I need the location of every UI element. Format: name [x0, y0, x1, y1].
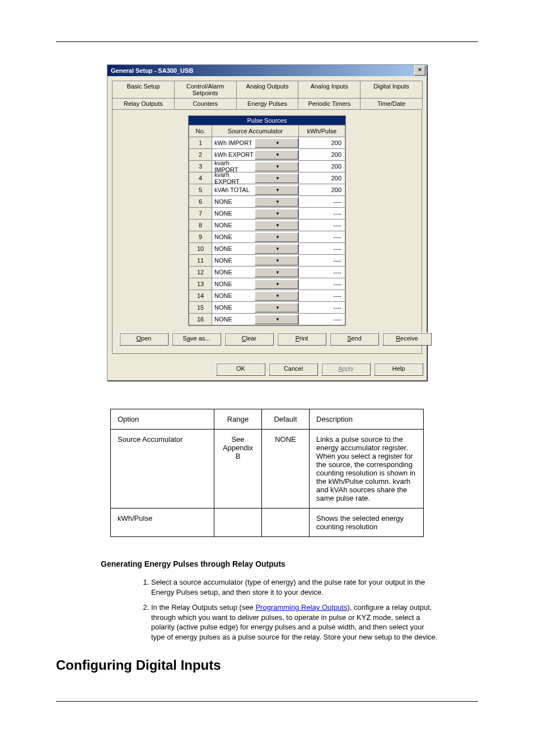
bottom-rule — [56, 701, 478, 702]
source-accumulator-dropdown[interactable]: NONE▼ — [212, 303, 298, 312]
pulse-sources-table: No. Source Accumulator kWh/Pulse 1kWh IM… — [189, 125, 345, 325]
kwh-pulse-cell: ---- — [299, 243, 345, 255]
source-accumulator-cell: NONE▼ — [212, 278, 299, 290]
programming-relay-outputs-link[interactable]: Programming Relay Outputs — [255, 603, 347, 612]
close-icon[interactable]: × — [414, 66, 425, 76]
source-accumulator-dropdown[interactable]: kvarh EXPORT▼ — [212, 174, 298, 183]
title-bar: General Setup - SA300_USB × — [107, 65, 427, 76]
source-accumulator-dropdown[interactable]: NONE▼ — [212, 268, 298, 277]
receive-button[interactable]: Receive — [382, 333, 432, 346]
col-no: No. — [189, 125, 212, 137]
top-rule — [56, 41, 478, 42]
subheading: Generating Energy Pulses through Relay O… — [101, 559, 478, 568]
opt-cell: Links a pulse source to the energy accum… — [310, 430, 424, 508]
row-no: 3 — [189, 161, 212, 172]
tab-time-date[interactable]: Time/Date — [360, 98, 423, 109]
source-accumulator-dropdown[interactable]: NONE▼ — [212, 244, 298, 253]
row-no: 2 — [189, 149, 212, 161]
source-accumulator-dropdown[interactable]: NONE▼ — [212, 315, 298, 324]
source-accumulator-dropdown[interactable]: NONE▼ — [212, 279, 298, 288]
tab-energy-pulses[interactable]: Energy Pulses — [236, 98, 299, 109]
tab-digital-inputs[interactable]: Digital Inputs — [360, 81, 423, 98]
dropdown-value: kVAh TOTAL — [212, 186, 255, 193]
source-accumulator-dropdown[interactable]: NONE▼ — [212, 291, 298, 300]
opt-head-default: Default — [262, 409, 310, 430]
cancel-button[interactable]: Cancel — [269, 363, 318, 376]
dialog-button-row: OK Cancel Apply Help — [107, 358, 427, 380]
table-row: 8NONE▼---- — [189, 220, 345, 231]
source-accumulator-dropdown[interactable]: kWh EXPORT▼ — [212, 150, 298, 159]
tab-content: Pulse Sources No. Source Accumulator kWh… — [112, 109, 422, 354]
source-accumulator-dropdown[interactable]: NONE▼ — [212, 197, 298, 206]
chevron-down-icon: ▼ — [255, 315, 298, 324]
tab-periodic-timers[interactable]: Periodic Timers — [298, 98, 360, 109]
source-accumulator-dropdown[interactable]: kWh IMPORT▼ — [212, 138, 298, 147]
table-row: kWh/Pulse Shows the selected energy coun… — [111, 508, 424, 537]
source-accumulator-dropdown[interactable]: NONE▼ — [212, 221, 298, 230]
hotkey: a — [187, 335, 190, 342]
chevron-down-icon: ▼ — [255, 138, 298, 148]
ok-button[interactable]: OK — [216, 363, 265, 376]
kwh-pulse-cell: ---- — [299, 302, 345, 314]
send-button[interactable]: Send — [330, 333, 379, 346]
hotkey: O — [137, 335, 142, 342]
kwh-pulse-cell: ---- — [299, 290, 345, 302]
tab-control-alarm-setpoints[interactable]: Control/Alarm Setpoints — [174, 81, 237, 98]
kwh-pulse-cell: ---- — [299, 196, 345, 208]
tab-analog-inputs[interactable]: Analog Inputs — [298, 81, 360, 98]
steps-list: Select a source accumulator (type of ene… — [151, 577, 439, 642]
chevron-down-icon: ▼ — [255, 185, 298, 195]
apply-button[interactable]: Apply — [321, 363, 371, 376]
chevron-down-icon: ▼ — [255, 303, 298, 312]
tab-counters[interactable]: Counters — [174, 98, 237, 109]
dropdown-value: NONE — [212, 269, 255, 276]
tabs-row-1: Basic Setup Control/Alarm Setpoints Anal… — [112, 81, 422, 98]
source-accumulator-cell: NONE▼ — [212, 208, 299, 220]
source-accumulator-dropdown[interactable]: NONE▼ — [212, 256, 298, 265]
general-setup-dialog: General Setup - SA300_USB × Basic Setup … — [107, 64, 427, 381]
opt-head-desc: Description — [310, 409, 424, 430]
list-item: Select a source accumulator (type of ene… — [151, 577, 439, 597]
source-accumulator-cell: NONE▼ — [212, 314, 299, 325]
kwh-pulse-cell: 200 — [299, 161, 345, 172]
dropdown-value: NONE — [212, 234, 255, 240]
source-accumulator-dropdown[interactable]: kvarh IMPORT▼ — [212, 162, 298, 171]
chevron-down-icon: ▼ — [255, 174, 298, 183]
row-no: 4 — [189, 172, 212, 184]
table-row: 6NONE▼---- — [189, 196, 345, 208]
open-button[interactable]: Open — [119, 333, 168, 346]
table-row: 16NONE▼---- — [189, 314, 345, 325]
kwh-pulse-cell: ---- — [299, 255, 345, 267]
source-accumulator-cell: NONE▼ — [212, 220, 299, 231]
opt-cell: Shows the selected energy counting resol… — [310, 508, 424, 537]
clear-button[interactable]: Clear — [224, 333, 274, 346]
row-no: 5 — [189, 184, 212, 196]
table-row: 7NONE▼---- — [189, 208, 345, 220]
table-row: 4kvarh EXPORT▼200 — [189, 172, 345, 184]
pulse-sources-frame: Pulse Sources No. Source Accumulator kWh… — [188, 115, 346, 326]
source-accumulator-dropdown[interactable]: kVAh TOTAL▼ — [212, 185, 298, 194]
dropdown-value: kvarh EXPORT — [212, 171, 255, 185]
chevron-down-icon: ▼ — [255, 256, 298, 265]
dropdown-value: kWh EXPORT — [212, 151, 255, 158]
help-button[interactable]: Help — [374, 363, 423, 376]
section-heading: Configuring Digital Inputs — [56, 657, 478, 673]
hotkey: S — [347, 335, 351, 342]
table-row: 9NONE▼---- — [189, 231, 345, 243]
window-title: General Setup - SA300_USB — [109, 67, 414, 74]
row-no: 15 — [189, 302, 212, 314]
table-row: Source Accumulator See Appendix B NONE L… — [111, 430, 424, 508]
tab-basic-setup[interactable]: Basic Setup — [112, 81, 175, 98]
dropdown-value: NONE — [212, 210, 255, 217]
tab-analog-outputs[interactable]: Analog Outputs — [236, 81, 299, 98]
col-kwh-pulse: kWh/Pulse — [299, 125, 345, 137]
chevron-down-icon: ▼ — [255, 162, 298, 171]
chevron-down-icon: ▼ — [255, 291, 298, 301]
source-accumulator-dropdown[interactable]: NONE▼ — [212, 209, 298, 218]
print-button[interactable]: Print — [277, 333, 326, 346]
tab-relay-outputs[interactable]: Relay Outputs — [112, 98, 175, 109]
opt-cell: kWh/Pulse — [111, 508, 214, 537]
source-accumulator-dropdown[interactable]: NONE▼ — [212, 232, 298, 241]
save-as-button[interactable]: Save as... — [172, 333, 221, 346]
hotkey: P — [296, 335, 299, 342]
